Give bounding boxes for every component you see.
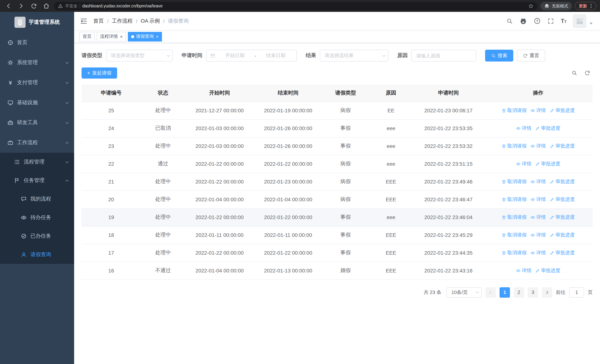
approval-progress-link[interactable]: 审批进度 bbox=[535, 125, 560, 131]
col-status: 状态 bbox=[141, 84, 185, 102]
tab-home[interactable]: 首页 bbox=[79, 32, 95, 41]
font-size-icon[interactable]: TT bbox=[561, 18, 567, 24]
bookmark-star-icon[interactable] bbox=[528, 3, 534, 9]
goto-page-input[interactable] bbox=[569, 287, 584, 298]
detail-link[interactable]: 详情 bbox=[530, 178, 546, 185]
leave-type-select[interactable]: 请选择请假类型 bbox=[106, 50, 173, 62]
breadcrumb-item[interactable]: OA 示例 bbox=[141, 18, 160, 24]
cell-leave-type: 病假 bbox=[340, 107, 351, 113]
chevron-left-icon bbox=[489, 291, 493, 294]
avatar-caret-icon[interactable] bbox=[590, 23, 593, 24]
avatar[interactable] bbox=[573, 14, 586, 28]
cell-reason: EEE bbox=[386, 250, 396, 256]
toggle-search-icon[interactable] bbox=[571, 70, 577, 76]
sidebar-collapse-button[interactable] bbox=[80, 17, 87, 25]
refresh-table-icon[interactable] bbox=[584, 70, 590, 76]
detail-link[interactable]: 详情 bbox=[530, 214, 546, 221]
cell-leave-type: 事假 bbox=[340, 214, 351, 220]
detail-link[interactable]: 详情 bbox=[530, 143, 546, 149]
approval-progress-link[interactable]: 审批进度 bbox=[550, 232, 575, 238]
update-button[interactable]: 更新 bbox=[575, 2, 596, 10]
sidebar-item-todo-tasks[interactable]: 待办任务 bbox=[0, 208, 74, 227]
github-icon[interactable] bbox=[520, 17, 527, 25]
detail-link[interactable]: 详情 bbox=[516, 125, 531, 131]
detail-link[interactable]: 详情 bbox=[530, 250, 546, 256]
cell-end-time: 2022-01-13 00:00:00 bbox=[264, 268, 312, 274]
tab-label: 流程详情 bbox=[100, 33, 118, 40]
sidebar-item-dev-tools[interactable]: 研发工具 bbox=[0, 113, 74, 133]
tab-process-detail[interactable]: 流程详情 × bbox=[97, 32, 126, 41]
page-button-2[interactable]: 2 bbox=[514, 287, 524, 298]
sidebar-item-home[interactable]: 首页 bbox=[0, 33, 74, 53]
reset-button[interactable]: 重置 bbox=[517, 50, 545, 62]
breadcrumb-item[interactable]: 首页 bbox=[94, 18, 104, 24]
approval-progress-link[interactable]: 审批进度 bbox=[535, 267, 560, 274]
reason-input[interactable] bbox=[411, 50, 476, 62]
close-icon[interactable]: × bbox=[156, 34, 159, 39]
leave-table: 申请编号 状态 开始时间 结束时间 请假类型 原因 申请时间 操作 25 处理中… bbox=[82, 84, 593, 280]
search-icon[interactable] bbox=[506, 17, 513, 25]
page-size-select[interactable]: 10条/页 bbox=[447, 287, 482, 298]
approval-progress-link[interactable]: 审批进度 bbox=[550, 214, 575, 221]
approval-progress-link[interactable]: 审批进度 bbox=[550, 178, 575, 185]
sidebar-item-infrastructure[interactable]: 基础设施 bbox=[0, 93, 74, 113]
row-actions: 取消请假 详情 审批进度 bbox=[484, 196, 593, 203]
eye-icon bbox=[516, 126, 521, 131]
cancel-leave-link[interactable]: 取消请假 bbox=[501, 178, 527, 185]
cell-end-time: 2022-01-22 00:00:00 bbox=[264, 214, 312, 220]
apply-time-range-picker[interactable]: 开始日期 - 结束日期 bbox=[206, 50, 297, 62]
close-icon[interactable]: × bbox=[120, 34, 123, 39]
cancel-leave-link[interactable]: 取消请假 bbox=[501, 107, 527, 114]
sidebar-item-task-management[interactable]: 任务管理 bbox=[0, 171, 74, 190]
start-date-input[interactable]: 开始日期 bbox=[218, 52, 252, 59]
breadcrumb-item[interactable]: 工作流程 bbox=[112, 18, 133, 24]
approval-progress-link[interactable]: 审批进度 bbox=[535, 160, 560, 167]
sidebar-item-payment[interactable]: ¥ 支付管理 bbox=[0, 73, 74, 93]
help-icon[interactable]: ? bbox=[533, 17, 541, 25]
row-actions: 详情 审批进度 bbox=[484, 125, 593, 131]
detail-link[interactable]: 详情 bbox=[530, 232, 546, 238]
result-select[interactable]: 请选择流结果 bbox=[320, 50, 388, 62]
next-page-button[interactable] bbox=[542, 287, 552, 298]
chat-bubble-icon bbox=[21, 196, 27, 202]
home-button[interactable] bbox=[41, 1, 51, 11]
forward-button[interactable] bbox=[16, 1, 26, 11]
approval-progress-link[interactable]: 审批进度 bbox=[550, 143, 575, 149]
sidebar-item-workflow[interactable]: 工作流程 bbox=[0, 133, 74, 153]
sidebar-item-done-tasks[interactable]: 已办任务 bbox=[0, 227, 74, 245]
cancel-leave-link[interactable]: 取消请假 bbox=[501, 196, 527, 203]
cancel-leave-link[interactable]: 取消请假 bbox=[501, 143, 527, 149]
page-button-3[interactable]: 3 bbox=[528, 287, 538, 298]
fullscreen-icon[interactable] bbox=[547, 17, 554, 25]
end-date-input[interactable]: 结束日期 bbox=[259, 52, 293, 59]
sidebar-item-process-management[interactable]: 流程管理 bbox=[0, 153, 74, 171]
detail-link[interactable]: 详情 bbox=[530, 107, 546, 114]
cancel-leave-link[interactable]: 取消请假 bbox=[501, 232, 527, 238]
edit-pen-icon bbox=[550, 197, 554, 202]
approval-progress-link[interactable]: 审批进度 bbox=[550, 107, 575, 114]
cell-apply-id: 20 bbox=[108, 196, 114, 202]
url-bar[interactable]: 不安全 dashboard.yudao.iocoder.cn/bpm/oa/le… bbox=[54, 2, 537, 10]
cell-start-time: 2022-01-11 00:00:00 bbox=[196, 232, 244, 238]
reload-button[interactable] bbox=[29, 1, 38, 11]
sidebar-item-leave-query[interactable]: 请假查询 bbox=[0, 245, 74, 264]
chevron-up-icon bbox=[66, 142, 69, 145]
detail-link[interactable]: 详情 bbox=[516, 267, 531, 274]
col-end-time: 结束时间 bbox=[254, 84, 322, 102]
tab-leave-query[interactable]: 请假查询 × bbox=[128, 32, 162, 41]
approval-progress-link[interactable]: 审批进度 bbox=[550, 250, 575, 256]
approval-progress-link[interactable]: 审批进度 bbox=[550, 196, 575, 203]
prev-page-button[interactable] bbox=[486, 287, 496, 298]
menu-dots-icon[interactable] bbox=[589, 3, 594, 9]
sidebar-item-system[interactable]: 系统管理 bbox=[0, 53, 74, 73]
create-leave-button[interactable]: + 发起请假 bbox=[82, 67, 117, 79]
cancel-leave-link[interactable]: 取消请假 bbox=[501, 214, 527, 221]
detail-link[interactable]: 详情 bbox=[516, 160, 531, 167]
sidebar-item-my-processes[interactable]: 我的流程 bbox=[0, 190, 74, 208]
col-start-time: 开始时间 bbox=[185, 84, 254, 102]
cancel-leave-link[interactable]: 取消请假 bbox=[501, 250, 527, 256]
page-button-1[interactable]: 1 bbox=[500, 287, 510, 298]
back-button[interactable] bbox=[4, 1, 13, 11]
search-button[interactable]: 搜索 bbox=[485, 50, 513, 62]
detail-link[interactable]: 详情 bbox=[530, 196, 546, 203]
